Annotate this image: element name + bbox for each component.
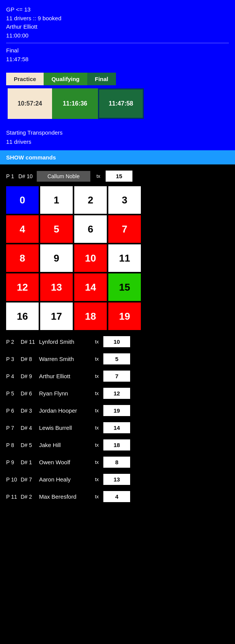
num-cell-13[interactable]: 13 xyxy=(40,273,73,301)
divider xyxy=(6,43,229,43)
tile-practice[interactable]: 10:57:24 xyxy=(6,88,52,119)
tiles-row: 10:57:24 11:16:36 11:47:58 xyxy=(0,85,235,124)
num-cell-5[interactable]: 5 xyxy=(40,215,73,243)
tx-label-2: tx xyxy=(95,339,99,345)
transponders-count: 11 drivers xyxy=(6,137,229,146)
tab-final[interactable]: Final xyxy=(87,73,116,85)
pos-label-8: P 8 xyxy=(6,442,18,448)
tx-label-9: tx xyxy=(95,459,99,465)
dnum-label-2: D# 11 xyxy=(21,339,37,345)
dnum-label-7: D# 4 xyxy=(21,425,37,431)
tx-value-2[interactable]: 10 xyxy=(103,336,130,347)
player-name-6: Jordan Hooper xyxy=(39,407,89,414)
num-cell-11[interactable]: 11 xyxy=(108,244,141,272)
tab-qualifying[interactable]: Qualifying xyxy=(44,73,87,85)
final-label: Final xyxy=(6,46,229,55)
pos-label-7: P 7 xyxy=(6,425,18,431)
num-cell-16[interactable]: 16 xyxy=(6,302,39,330)
num-cell-12[interactable]: 12 xyxy=(6,273,39,301)
player-name-7: Lewis Burrell xyxy=(39,424,89,431)
tx-value-11[interactable]: 4 xyxy=(103,491,130,502)
pos-label-9: P 9 xyxy=(6,459,18,465)
player-name-3: Warren Smith xyxy=(39,356,89,362)
num-cell-0[interactable]: 0 xyxy=(6,186,39,214)
pos-label-10: P 10 xyxy=(6,476,18,483)
tx-value-6[interactable]: 19 xyxy=(103,405,130,416)
num-cell-19[interactable]: 19 xyxy=(108,302,141,330)
tile-qualifying[interactable]: 11:16:36 xyxy=(52,88,98,119)
final-time: 11:47:58 xyxy=(6,55,229,64)
player-row-3: P 3 D# 8 Warren Smith tx 5 xyxy=(6,353,229,364)
tile-final[interactable]: 11:47:58 xyxy=(98,88,144,119)
num-cell-15[interactable]: 15 xyxy=(108,273,141,301)
tabs-row: Practice Qualifying Final xyxy=(6,73,229,85)
player-row-8: P 8 D# 5 Jake Hill tx 18 xyxy=(6,439,229,450)
player-name-9: Owen Woolf xyxy=(39,459,89,465)
transponders-title: Starting Transponders xyxy=(6,128,229,137)
player-row-5: P 5 D# 6 Ryan Flynn tx 12 xyxy=(6,388,229,399)
dnum-label-5: D# 6 xyxy=(21,390,37,397)
tx-value-10[interactable]: 13 xyxy=(103,474,130,485)
tx-label-8: tx xyxy=(95,442,99,448)
num-cell-4[interactable]: 4 xyxy=(6,215,39,243)
other-players: P 2 D# 11 Lynford Smith tx 10 P 3 D# 8 W… xyxy=(6,336,229,502)
dnum-label-3: D# 8 xyxy=(21,356,37,362)
player-name-11: Max Beresford xyxy=(39,493,89,500)
tx-label-5: tx xyxy=(95,390,99,396)
dnum-label-6: D# 3 xyxy=(21,408,37,414)
dnum-label-9: D# 1 xyxy=(21,459,37,465)
player1-row: P 1 D# 10 Callum Noble tx 15 xyxy=(6,171,229,182)
dnum-label-8: D# 5 xyxy=(21,442,37,448)
tx-value-7[interactable]: 14 xyxy=(103,422,130,433)
player-name-10: Aaron Healy xyxy=(39,476,89,483)
dnum-label-10: D# 7 xyxy=(21,476,37,483)
player1-tx-label: tx xyxy=(96,173,100,179)
pos-label-4: P 4 xyxy=(6,373,18,379)
player1-name[interactable]: Callum Noble xyxy=(37,171,90,182)
show-commands-bar[interactable]: SHOW commands xyxy=(0,150,235,164)
num-cell-6[interactable]: 6 xyxy=(74,215,107,243)
gp-limit: GP <= 13 xyxy=(6,5,229,14)
top-section: GP <= 13 11 drivers :: 9 booked Arthur E… xyxy=(0,0,235,69)
player-row-7: P 7 D# 4 Lewis Burrell tx 14 xyxy=(6,422,229,433)
num-cell-3[interactable]: 3 xyxy=(108,186,141,214)
num-cell-17[interactable]: 17 xyxy=(40,302,73,330)
tx-label-6: tx xyxy=(95,408,99,413)
main-content: P 1 D# 10 Callum Noble tx 15 01234567891… xyxy=(0,164,235,514)
player-name-2: Lynford Smith xyxy=(39,338,89,345)
pos-label-11: P 11 xyxy=(6,494,18,500)
player-name-8: Jake Hill xyxy=(39,442,89,448)
player-name-4: Arthur Elliott xyxy=(39,373,89,379)
player-row-2: P 2 D# 11 Lynford Smith tx 10 xyxy=(6,336,229,347)
tx-label-4: tx xyxy=(95,373,99,379)
pos-label-2: P 2 xyxy=(6,339,18,345)
num-cell-9[interactable]: 9 xyxy=(40,244,73,272)
num-cell-18[interactable]: 18 xyxy=(74,302,107,330)
tx-value-3[interactable]: 5 xyxy=(103,353,130,364)
tx-label-10: tx xyxy=(95,476,99,482)
num-cell-14[interactable]: 14 xyxy=(74,273,107,301)
num-cell-7[interactable]: 7 xyxy=(108,215,141,243)
num-cell-10[interactable]: 10 xyxy=(74,244,107,272)
tx-value-4[interactable]: 7 xyxy=(103,371,130,382)
player-row-11: P 11 D# 2 Max Beresford tx 4 xyxy=(6,491,229,502)
tx-value-8[interactable]: 18 xyxy=(103,439,130,450)
transponders-section: Starting Transponders 11 drivers xyxy=(0,124,235,150)
tab-practice[interactable]: Practice xyxy=(6,73,44,85)
pos-label-5: P 5 xyxy=(6,390,18,397)
player-row-10: P 10 D# 7 Aaron Healy tx 13 xyxy=(6,474,229,485)
num-cell-1[interactable]: 1 xyxy=(40,186,73,214)
player1-tx-value[interactable]: 15 xyxy=(106,171,132,182)
tx-value-9[interactable]: 8 xyxy=(103,457,130,468)
player-row-4: P 4 D# 9 Arthur Elliott tx 7 xyxy=(6,371,229,382)
num-cell-8[interactable]: 8 xyxy=(6,244,39,272)
tx-value-5[interactable]: 12 xyxy=(103,388,130,399)
player-name-5: Ryan Flynn xyxy=(39,390,89,397)
drivers-info: 11 drivers :: 9 booked xyxy=(6,14,229,23)
num-cell-2[interactable]: 2 xyxy=(74,186,107,214)
dnum-label-11: D# 2 xyxy=(21,494,37,500)
player1-pos: P 1 xyxy=(6,173,15,179)
dnum-label-4: D# 9 xyxy=(21,373,37,379)
tx-label-3: tx xyxy=(95,356,99,362)
number-grid: 012345678910111213141516171819 xyxy=(6,186,229,330)
